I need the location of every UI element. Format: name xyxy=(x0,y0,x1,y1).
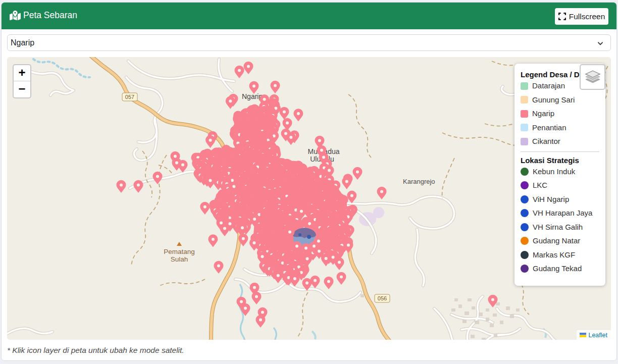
svg-text:Karangrejo: Karangrejo xyxy=(403,178,435,185)
svg-text:Sulah: Sulah xyxy=(171,255,188,263)
svg-text:Pematang: Pematang xyxy=(164,248,195,255)
svg-text:056: 056 xyxy=(378,295,387,301)
svg-text:057: 057 xyxy=(125,94,134,100)
